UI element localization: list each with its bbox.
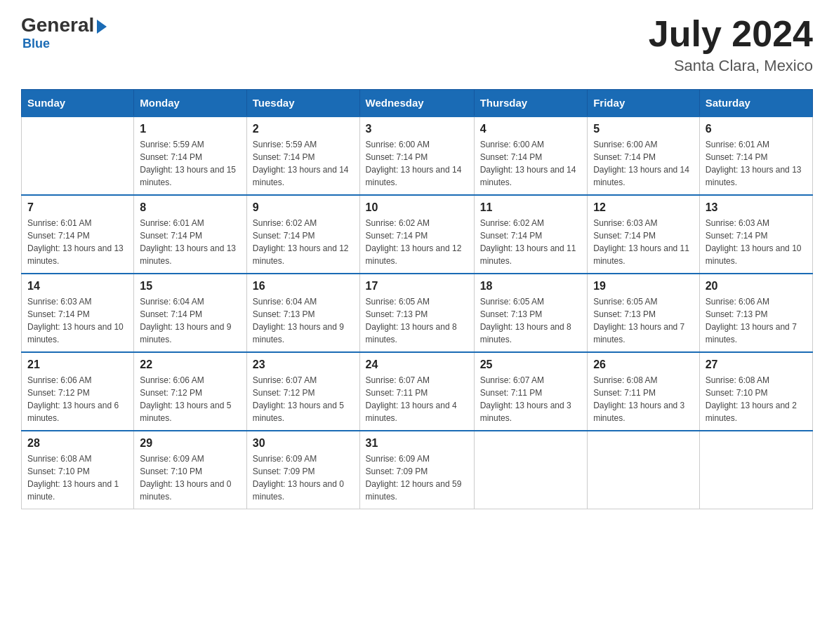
header-sunday: Sunday <box>22 90 134 117</box>
day-info: Sunrise: 6:07 AMSunset: 7:11 PMDaylight:… <box>366 374 468 424</box>
week-row-5: 28Sunrise: 6:08 AMSunset: 7:10 PMDayligh… <box>22 431 813 509</box>
sunrise-text: Sunrise: 6:04 AM <box>253 295 354 308</box>
sunrise-text: Sunrise: 6:01 AM <box>140 217 241 229</box>
sunset-text: Sunset: 7:14 PM <box>480 229 582 242</box>
day-number: 12 <box>593 201 694 214</box>
day-number: 8 <box>140 201 241 214</box>
sunset-text: Sunset: 7:14 PM <box>140 308 241 321</box>
sunrise-text: Sunrise: 5:59 AM <box>253 138 354 151</box>
sunset-text: Sunset: 7:09 PM <box>253 465 354 478</box>
day-cell <box>699 431 812 509</box>
day-cell: 26Sunrise: 6:08 AMSunset: 7:11 PMDayligh… <box>588 352 700 431</box>
daylight-text: Daylight: 13 hours and 0 minutes. <box>140 478 241 503</box>
sunrise-text: Sunrise: 6:05 AM <box>366 295 468 308</box>
sunrise-text: Sunrise: 6:02 AM <box>253 217 354 229</box>
daylight-text: Daylight: 13 hours and 14 minutes. <box>480 163 582 189</box>
sunset-text: Sunset: 7:14 PM <box>366 151 468 163</box>
day-cell: 14Sunrise: 6:03 AMSunset: 7:14 PMDayligh… <box>22 274 134 352</box>
month-year-title: July 2024 <box>649 14 813 54</box>
logo-text: General <box>21 14 107 36</box>
logo-blue: Blue <box>22 36 50 51</box>
daylight-text: Daylight: 13 hours and 3 minutes. <box>480 399 582 424</box>
sunset-text: Sunset: 7:14 PM <box>140 229 241 242</box>
sunset-text: Sunset: 7:11 PM <box>480 387 582 399</box>
logo-general: General <box>21 14 94 36</box>
sunset-text: Sunset: 7:10 PM <box>706 387 807 399</box>
day-cell: 4Sunrise: 6:00 AMSunset: 7:14 PMDaylight… <box>474 116 588 195</box>
day-cell: 29Sunrise: 6:09 AMSunset: 7:10 PMDayligh… <box>134 431 247 509</box>
day-cell: 25Sunrise: 6:07 AMSunset: 7:11 PMDayligh… <box>474 352 588 431</box>
sunset-text: Sunset: 7:14 PM <box>593 151 694 163</box>
day-info: Sunrise: 6:09 AMSunset: 7:10 PMDaylight:… <box>140 452 241 503</box>
day-info: Sunrise: 6:03 AMSunset: 7:14 PMDaylight:… <box>706 217 807 267</box>
logo: General Blue <box>21 14 107 51</box>
header-friday: Friday <box>588 90 700 117</box>
calendar-table: SundayMondayTuesdayWednesdayThursdayFrid… <box>21 89 813 509</box>
day-info: Sunrise: 6:09 AMSunset: 7:09 PMDaylight:… <box>366 452 468 503</box>
daylight-text: Daylight: 13 hours and 13 minutes. <box>27 242 128 267</box>
daylight-text: Daylight: 13 hours and 14 minutes. <box>366 163 468 189</box>
daylight-text: Daylight: 13 hours and 6 minutes. <box>27 399 128 424</box>
day-number: 18 <box>480 280 582 293</box>
sunset-text: Sunset: 7:14 PM <box>480 151 582 163</box>
sunset-text: Sunset: 7:11 PM <box>366 387 468 399</box>
sunset-text: Sunset: 7:13 PM <box>593 308 694 321</box>
day-number: 26 <box>593 358 694 371</box>
day-number: 10 <box>366 201 468 214</box>
sunset-text: Sunset: 7:14 PM <box>253 151 354 163</box>
header-saturday: Saturday <box>699 90 812 117</box>
day-info: Sunrise: 5:59 AMSunset: 7:14 PMDaylight:… <box>140 138 241 189</box>
sunset-text: Sunset: 7:12 PM <box>27 387 128 399</box>
daylight-text: Daylight: 13 hours and 0 minutes. <box>253 478 354 503</box>
sunrise-text: Sunrise: 6:05 AM <box>593 295 694 308</box>
sunrise-text: Sunrise: 5:59 AM <box>140 138 241 151</box>
sunrise-text: Sunrise: 6:05 AM <box>480 295 582 308</box>
day-number: 19 <box>593 280 694 293</box>
daylight-text: Daylight: 13 hours and 4 minutes. <box>366 399 468 424</box>
day-cell: 5Sunrise: 6:00 AMSunset: 7:14 PMDaylight… <box>588 116 700 195</box>
week-row-1: 1Sunrise: 5:59 AMSunset: 7:14 PMDaylight… <box>22 116 813 195</box>
day-cell <box>22 116 134 195</box>
daylight-text: Daylight: 13 hours and 5 minutes. <box>140 399 241 424</box>
week-row-3: 14Sunrise: 6:03 AMSunset: 7:14 PMDayligh… <box>22 274 813 352</box>
day-info: Sunrise: 6:01 AMSunset: 7:14 PMDaylight:… <box>27 217 128 267</box>
header-wednesday: Wednesday <box>359 90 474 117</box>
day-cell: 31Sunrise: 6:09 AMSunset: 7:09 PMDayligh… <box>359 431 474 509</box>
day-info: Sunrise: 6:08 AMSunset: 7:11 PMDaylight:… <box>593 374 694 424</box>
day-cell: 7Sunrise: 6:01 AMSunset: 7:14 PMDaylight… <box>22 195 134 274</box>
day-number: 22 <box>140 358 241 371</box>
day-info: Sunrise: 6:01 AMSunset: 7:14 PMDaylight:… <box>706 138 807 189</box>
sunrise-text: Sunrise: 6:08 AM <box>706 374 807 387</box>
day-number: 4 <box>480 123 582 135</box>
logo-arrow-icon <box>97 20 107 34</box>
day-cell: 8Sunrise: 6:01 AMSunset: 7:14 PMDaylight… <box>134 195 247 274</box>
day-number: 23 <box>253 358 354 371</box>
day-info: Sunrise: 6:07 AMSunset: 7:11 PMDaylight:… <box>480 374 582 424</box>
day-number: 1 <box>140 123 241 135</box>
day-cell: 10Sunrise: 6:02 AMSunset: 7:14 PMDayligh… <box>359 195 474 274</box>
day-cell: 12Sunrise: 6:03 AMSunset: 7:14 PMDayligh… <box>588 195 700 274</box>
day-number: 20 <box>706 280 807 293</box>
day-info: Sunrise: 6:02 AMSunset: 7:14 PMDaylight:… <box>253 217 354 267</box>
sunset-text: Sunset: 7:10 PM <box>140 465 241 478</box>
sunset-text: Sunset: 7:11 PM <box>593 387 694 399</box>
daylight-text: Daylight: 13 hours and 12 minutes. <box>253 242 354 267</box>
day-info: Sunrise: 6:06 AMSunset: 7:12 PMDaylight:… <box>140 374 241 424</box>
sunset-text: Sunset: 7:12 PM <box>253 387 354 399</box>
week-row-2: 7Sunrise: 6:01 AMSunset: 7:14 PMDaylight… <box>22 195 813 274</box>
day-cell <box>474 431 588 509</box>
sunset-text: Sunset: 7:13 PM <box>253 308 354 321</box>
sunset-text: Sunset: 7:14 PM <box>706 151 807 163</box>
day-number: 24 <box>366 358 468 371</box>
sunrise-text: Sunrise: 6:09 AM <box>366 452 468 465</box>
sunrise-text: Sunrise: 6:03 AM <box>593 217 694 229</box>
daylight-text: Daylight: 13 hours and 7 minutes. <box>593 321 694 346</box>
day-cell: 21Sunrise: 6:06 AMSunset: 7:12 PMDayligh… <box>22 352 134 431</box>
day-info: Sunrise: 6:03 AMSunset: 7:14 PMDaylight:… <box>27 295 128 346</box>
daylight-text: Daylight: 13 hours and 1 minute. <box>27 478 128 503</box>
sunset-text: Sunset: 7:14 PM <box>27 308 128 321</box>
day-number: 6 <box>706 123 807 135</box>
sunrise-text: Sunrise: 6:06 AM <box>706 295 807 308</box>
sunrise-text: Sunrise: 6:06 AM <box>140 374 241 387</box>
daylight-text: Daylight: 13 hours and 14 minutes. <box>593 163 694 189</box>
